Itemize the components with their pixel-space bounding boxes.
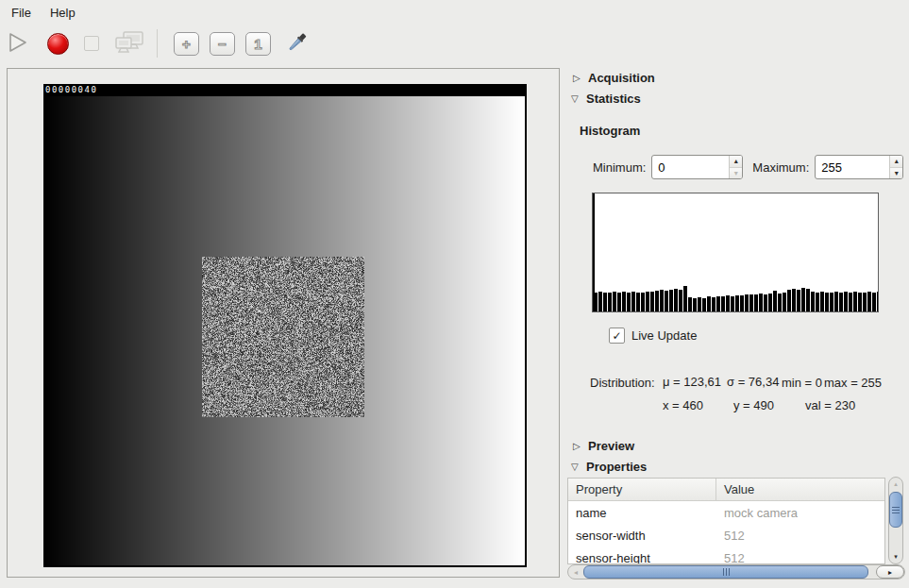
maximum-input[interactable] <box>816 156 889 178</box>
scroll-right-button[interactable]: ▸ <box>876 565 904 579</box>
zoom-original-icon: 1 <box>254 36 261 52</box>
preview-label: Preview <box>588 439 634 453</box>
distribution-x: x = 460 <box>663 398 703 412</box>
scroll-down-button[interactable]: ▾ <box>889 550 902 563</box>
maximum-steppers: ▴ ▾ <box>889 156 902 178</box>
minimum-steppers: ▴ ▾ <box>729 156 742 178</box>
minimum-down-button[interactable]: ▾ <box>730 168 742 179</box>
minimum-row: Minimum: ▴ ▾ Maximum: ▴ ▾ <box>593 155 903 179</box>
scroll-up-button[interactable]: ▴ <box>889 478 902 491</box>
app-window: File Help <box>0 0 909 588</box>
expander-properties[interactable]: ▽ Properties <box>571 460 647 474</box>
panel-horizontal-scrollbar[interactable]: ◂ ▸ <box>567 564 905 580</box>
statistics-label: Statistics <box>586 92 641 106</box>
histogram-plot <box>592 193 879 312</box>
property-name: sensor-width <box>568 529 716 543</box>
stop-icon <box>84 36 99 51</box>
maximum-up-button[interactable]: ▴ <box>890 156 902 168</box>
expander-acquisition[interactable]: ▷ Acquisition <box>573 71 655 85</box>
scroll-left-button[interactable]: ◂ <box>568 565 583 579</box>
record-button[interactable] <box>42 29 74 58</box>
expander-statistics[interactable]: ▽ Statistics <box>571 92 641 106</box>
gradient-pattern <box>43 96 525 565</box>
vertical-scroll-handle[interactable] <box>889 492 902 528</box>
grip-icon <box>723 568 730 576</box>
property-row[interactable]: namemock camera <box>568 501 884 524</box>
toolbar-separator <box>157 29 158 58</box>
distribution-max: max = 255 <box>824 376 882 390</box>
distribution-y: y = 490 <box>733 398 774 412</box>
distribution-sigma: σ = 76,34 <box>727 375 779 389</box>
properties-table-header: Property Value <box>568 479 884 501</box>
horizontal-scroll-handle[interactable] <box>583 565 868 579</box>
side-panel: ▷ Acquisition ▽ Statistics Histogram Min… <box>566 62 909 588</box>
zoom-in-button[interactable]: + <box>174 32 199 56</box>
zoom-out-icon: − <box>218 36 227 52</box>
property-value[interactable]: mock camera <box>716 506 798 520</box>
distribution-label: Distribution: <box>590 376 655 390</box>
distribution-val: val = 230 <box>805 398 855 412</box>
menu-file[interactable]: File <box>2 1 41 25</box>
color-picker-button[interactable] <box>280 29 312 58</box>
chevron-right-icon: ▷ <box>573 73 588 83</box>
live-update-label: Live Update <box>631 328 697 343</box>
zoom-original-button[interactable]: 1 <box>245 32 271 56</box>
properties-label: Properties <box>586 460 647 474</box>
zoom-out-button[interactable]: − <box>210 32 235 56</box>
properties-vertical-scrollbar[interactable]: ▴ ▾ <box>888 477 903 564</box>
distribution-min: min = 0 <box>782 376 822 390</box>
minimum-up-button[interactable]: ▴ <box>730 156 742 168</box>
expander-preview[interactable]: ▷ Preview <box>573 439 634 453</box>
property-name: sensor-height <box>568 551 716 565</box>
menu-help[interactable]: Help <box>41 1 85 25</box>
menubar: File Help <box>0 0 909 25</box>
column-property[interactable]: Property <box>568 479 716 500</box>
distribution-mu: μ = 123,61 <box>663 375 721 389</box>
record-icon <box>47 33 69 55</box>
chevron-right-icon: ▷ <box>573 441 588 451</box>
maximum-down-button[interactable]: ▾ <box>890 168 902 179</box>
camera-image[interactable]: 00000040 <box>43 84 527 567</box>
zoom-in-icon: + <box>182 36 191 52</box>
properties-table: Property Value namemock camerasensor-wid… <box>567 478 885 564</box>
property-row[interactable]: sensor-width512 <box>568 524 884 546</box>
frame-counter: 00000040 <box>45 85 97 94</box>
play-button[interactable] <box>2 29 34 58</box>
maximum-spinbox: ▴ ▾ <box>815 155 903 179</box>
play-icon <box>7 31 29 57</box>
image-viewport: 00000040 <box>7 68 560 578</box>
noise-region <box>202 257 364 417</box>
property-name: name <box>568 506 716 520</box>
stop-button[interactable] <box>76 29 108 58</box>
histogram-bars <box>594 193 879 311</box>
toolbar: + − 1 <box>0 25 909 61</box>
chevron-down-icon: ▽ <box>571 462 586 472</box>
maximum-label: Maximum: <box>752 160 809 175</box>
live-update-row[interactable]: ✓ Live Update <box>609 328 697 344</box>
chevron-down-icon: ▽ <box>571 93 586 104</box>
property-value[interactable]: 512 <box>716 529 745 543</box>
minimum-label: Minimum: <box>593 160 646 175</box>
property-value[interactable]: 512 <box>716 551 745 565</box>
acquisition-label: Acquisition <box>588 71 655 85</box>
properties-rows: namemock camerasensor-width512sensor-hei… <box>568 501 884 564</box>
minimum-spinbox: ▴ ▾ <box>651 155 743 179</box>
frame-counter-bar: 00000040 <box>43 84 525 96</box>
display-icon <box>113 30 145 58</box>
property-row[interactable]: sensor-height512 <box>568 546 884 564</box>
grip-icon <box>892 507 900 513</box>
fullscreen-button[interactable] <box>109 29 149 58</box>
minimum-input[interactable] <box>652 156 729 178</box>
live-update-checkbox[interactable]: ✓ <box>609 328 625 344</box>
column-value[interactable]: Value <box>716 482 754 496</box>
histogram-title: Histogram <box>580 124 640 138</box>
eyedropper-icon <box>284 30 309 58</box>
